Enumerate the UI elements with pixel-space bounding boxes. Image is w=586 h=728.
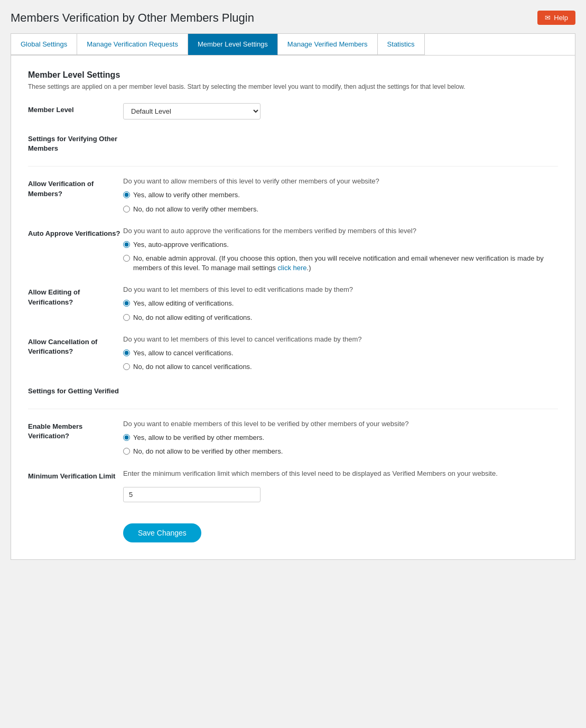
enable-verification-no[interactable]: No, do not allow to be verified by other… [123, 447, 558, 456]
auto-approve-options: Yes, auto-approve verifications. No, ena… [123, 240, 558, 273]
enable-verification-label: Enable Members Verification? [28, 420, 123, 441]
allow-editing-label: Allow Editing of Verifications? [28, 285, 123, 307]
member-level-label: Member Level [28, 103, 123, 115]
allow-verification-yes[interactable]: Yes, allow to verify other members. [123, 190, 558, 200]
enable-verification-yes-radio[interactable] [123, 434, 130, 441]
allow-cancellation-options: Yes, allow to cancel verifications. No, … [123, 348, 558, 372]
allow-verification-label: Allow Verification of Members? [28, 177, 123, 198]
save-button-container: Save Changes [123, 515, 558, 542]
help-button-label: Help [554, 14, 568, 22]
auto-approve-yes-radio[interactable] [123, 241, 130, 248]
click-here-link[interactable]: click here [278, 264, 307, 272]
subsection-getting-verified-title: Settings for Getting Verified [28, 386, 123, 398]
min-verification-limit-row: Minimum Verification Limit Enter the min… [28, 469, 558, 502]
allow-cancellation-label: Allow Cancellation of Verifications? [28, 335, 123, 356]
auto-approve-no[interactable]: No, enable admin approval. (If you choos… [123, 254, 558, 273]
member-level-row: Member Level Default Level Level 1 Level… [28, 103, 558, 119]
allow-editing-row: Allow Editing of Verifications? Do you w… [28, 285, 558, 322]
tab-manage-verified-members[interactable]: Manage Verified Members [278, 34, 378, 55]
allow-verification-options: Yes, allow to verify other members. No, … [123, 190, 558, 214]
allow-cancellation-row: Allow Cancellation of Verifications? Do … [28, 335, 558, 372]
enable-verification-no-radio[interactable] [123, 448, 130, 455]
main-panel: Member Level Settings These settings are… [11, 55, 575, 560]
tabs-container: Global Settings Manage Verification Requ… [11, 33, 575, 55]
allow-editing-content: Do you want to let members of this level… [123, 285, 558, 322]
member-level-content: Default Level Level 1 Level 2 Level 3 [123, 103, 558, 119]
enable-verification-yes-label: Yes, allow to be verified by other membe… [133, 433, 264, 443]
allow-cancellation-no-label: No, do not allow to cancel verifications… [133, 362, 252, 372]
divider-1 [28, 166, 558, 167]
enable-verification-no-label: No, do not allow to be verified by other… [133, 447, 283, 456]
allow-editing-no[interactable]: No, do not allow editing of verification… [123, 313, 558, 322]
allow-verification-content: Do you want to allow members of this lev… [123, 177, 558, 214]
allow-verification-row: Allow Verification of Members? Do you wa… [28, 177, 558, 214]
auto-approve-row: Auto Approve Verifications? Do you want … [28, 227, 558, 273]
section-title: Member Level Settings [28, 70, 558, 80]
auto-approve-label: Auto Approve Verifications? [28, 227, 123, 238]
enable-verification-options: Yes, allow to be verified by other membe… [123, 433, 558, 456]
enable-verification-content: Do you want to enable members of this le… [123, 420, 558, 456]
enable-verification-question: Do you want to enable members of this le… [123, 420, 558, 428]
enable-verification-yes[interactable]: Yes, allow to be verified by other membe… [123, 433, 558, 443]
min-verification-limit-input[interactable] [123, 487, 261, 502]
allow-cancellation-yes[interactable]: Yes, allow to cancel verifications. [123, 348, 558, 358]
section-desc: These settings are applied on a per memb… [28, 83, 558, 90]
allow-cancellation-yes-label: Yes, allow to cancel verifications. [133, 348, 234, 358]
subsection-getting-verified-row: Settings for Getting Verified [28, 384, 558, 398]
allow-verification-no-label: No, do not allow to verify other members… [133, 205, 258, 214]
allow-editing-yes-label: Yes, allow editing of verifications. [133, 299, 234, 308]
auto-approve-no-radio[interactable] [123, 255, 130, 262]
allow-editing-yes[interactable]: Yes, allow editing of verifications. [123, 299, 558, 308]
enable-verification-row: Enable Members Verification? Do you want… [28, 420, 558, 456]
auto-approve-content: Do you want to auto approve the verifica… [123, 227, 558, 273]
allow-verification-yes-label: Yes, allow to verify other members. [133, 190, 240, 200]
allow-verification-no-radio[interactable] [123, 206, 130, 213]
page-header: Members Verification by Other Members Pl… [11, 11, 575, 25]
mail-icon [545, 14, 551, 22]
help-button[interactable]: Help [537, 11, 575, 25]
save-changes-button[interactable]: Save Changes [123, 523, 201, 542]
subsection-verify-others-title: Settings for Verifying Other Members [28, 134, 123, 155]
allow-editing-options: Yes, allow editing of verifications. No,… [123, 299, 558, 322]
allow-cancellation-content: Do you want to let members of this level… [123, 335, 558, 372]
auto-approve-yes-label: Yes, auto-approve verifications. [133, 240, 229, 250]
allow-cancellation-no-radio[interactable] [123, 363, 130, 370]
min-verification-limit-desc: Enter the minimum verification limit whi… [123, 469, 558, 477]
min-verification-limit-label: Minimum Verification Limit [28, 469, 123, 481]
subsection-verify-others-row: Settings for Verifying Other Members [28, 132, 558, 155]
auto-approve-yes[interactable]: Yes, auto-approve verifications. [123, 240, 558, 250]
allow-verification-no[interactable]: No, do not allow to verify other members… [123, 205, 558, 214]
allow-verification-question: Do you want to allow members of this lev… [123, 177, 558, 185]
tab-statistics[interactable]: Statistics [378, 34, 425, 55]
allow-editing-no-label: No, do not allow editing of verification… [133, 313, 252, 322]
member-level-select[interactable]: Default Level Level 1 Level 2 Level 3 [123, 103, 261, 119]
allow-editing-yes-radio[interactable] [123, 300, 130, 307]
allow-cancellation-question: Do you want to let members of this level… [123, 335, 558, 343]
auto-approve-question: Do you want to auto approve the verifica… [123, 227, 558, 235]
divider-2 [28, 409, 558, 409]
page-title: Members Verification by Other Members Pl… [11, 11, 254, 25]
min-verification-limit-content: Enter the minimum verification limit whi… [123, 469, 558, 502]
auto-approve-no-label: No, enable admin approval. (If you choos… [133, 254, 558, 273]
tab-global-settings[interactable]: Global Settings [11, 34, 77, 55]
tab-member-level-settings[interactable]: Member Level Settings [188, 34, 278, 55]
tab-manage-verification-requests[interactable]: Manage Verification Requests [77, 34, 188, 55]
allow-cancellation-yes-radio[interactable] [123, 349, 130, 356]
allow-cancellation-no[interactable]: No, do not allow to cancel verifications… [123, 362, 558, 372]
allow-editing-no-radio[interactable] [123, 314, 130, 321]
allow-editing-question: Do you want to let members of this level… [123, 285, 558, 293]
allow-verification-yes-radio[interactable] [123, 191, 130, 198]
page-wrapper: Members Verification by Other Members Pl… [11, 11, 575, 560]
